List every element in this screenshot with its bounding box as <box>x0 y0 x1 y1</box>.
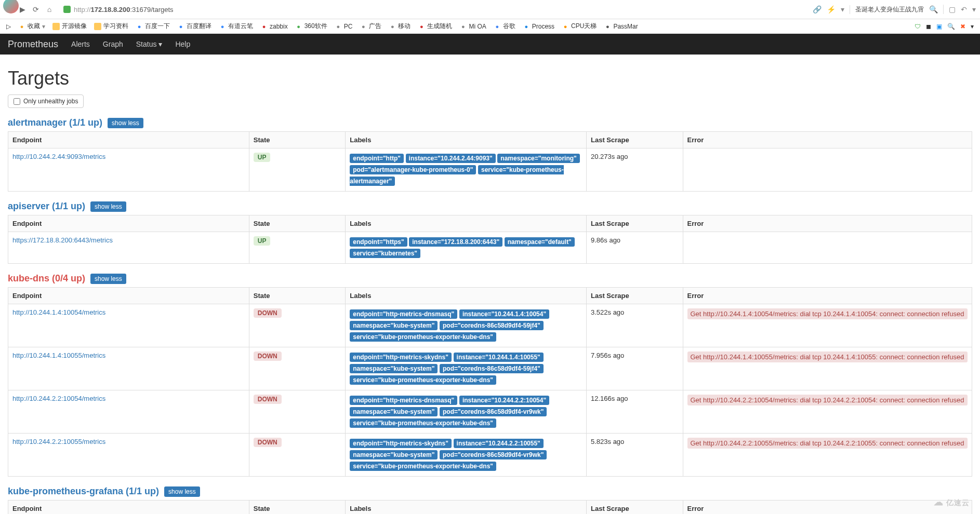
label-pill: namespace="kube-system" <box>350 364 438 373</box>
bookmark-item[interactable]: ●谷歌 <box>494 22 515 31</box>
job-header: kube-dns (0/4 up)show less <box>8 273 972 284</box>
show-less-button[interactable]: show less <box>90 274 126 284</box>
search-suggestion[interactable]: 圣诞老人变身仙王战九霄 <box>850 5 924 14</box>
bookmark-label: 移动 <box>398 22 410 31</box>
ext-x-icon[interactable]: ✖ <box>960 23 965 30</box>
dropdown-icon[interactable]: ▾ <box>972 5 976 13</box>
ext-search-icon[interactable]: 🔍 <box>947 23 955 30</box>
targets-table: EndpointStateLabelsLast ScrapeError <box>8 500 972 514</box>
bookmark-icon: ● <box>389 23 396 30</box>
endpoint-link[interactable]: http://10.244.2.2:10055/metrics <box>12 438 105 445</box>
panel-icon[interactable]: ▢ <box>949 5 956 13</box>
targets-table: EndpointStateLabelsLast ScrapeErrorhttp:… <box>8 287 972 477</box>
endpoint-link[interactable]: http://10.244.1.4:10054/metrics <box>12 308 105 316</box>
job-name-link[interactable]: apiserver (1/1 up) <box>8 201 85 212</box>
undo-icon[interactable]: ↶ <box>961 5 967 13</box>
bookmark-icon: ● <box>177 23 184 30</box>
bookmark-label: 广告 <box>369 22 381 31</box>
share-icon[interactable]: 🔗 <box>813 5 822 13</box>
only-unhealthy-label: Only unhealthy jobs <box>23 98 78 105</box>
bookmark-item[interactable]: ●Mi OA <box>459 23 486 30</box>
job-name-link[interactable]: alertmanager (1/1 up) <box>8 117 102 128</box>
targets-table: EndpointStateLabelsLast ScrapeErrorhttp:… <box>8 131 972 192</box>
nav-help[interactable]: Help <box>175 40 190 48</box>
bookmark-label: CPU天梯 <box>571 22 597 31</box>
label-pill: instance="10.244.2.2:10054" <box>459 396 549 405</box>
bolt-icon[interactable]: ⚡ <box>827 5 836 13</box>
ext-menu-icon[interactable]: ▾ <box>971 23 974 30</box>
label-pill: namespace="default" <box>505 237 575 247</box>
state-badge: DOWN <box>254 438 282 447</box>
bookmark-item[interactable]: ●百度翻译 <box>177 22 211 31</box>
job-name-link[interactable]: kube-dns (0/4 up) <box>8 273 85 284</box>
label-pill: endpoint="https" <box>350 237 407 247</box>
bookmark-item[interactable]: ●有道云笔 <box>219 22 253 31</box>
th-scrape: Last Scrape <box>587 501 683 515</box>
th-labels: Labels <box>346 132 587 148</box>
chevron-down-icon: ▾ <box>158 40 162 48</box>
search-icon[interactable]: 🔍 <box>929 5 938 13</box>
label-pill: pod="alertmanager-kube-prometheus-0" <box>350 165 476 174</box>
watermark: ☁ 亿速云 <box>934 496 970 508</box>
bookmark-item[interactable]: 开源镜像 <box>52 22 87 31</box>
show-less-button[interactable]: show less <box>164 486 200 497</box>
bookmark-icon: ● <box>335 23 342 30</box>
forward-icon[interactable]: ▶ <box>18 5 27 13</box>
nav-status[interactable]: Status ▾ <box>136 40 163 48</box>
bookmark-item[interactable]: ●CPU天梯 <box>562 22 597 31</box>
bookmark-item[interactable]: ●移动 <box>389 22 410 31</box>
bookmark-item[interactable]: ●zabbix <box>260 23 288 30</box>
last-scrape: 12.166s ago <box>587 390 683 434</box>
only-unhealthy-checkbox[interactable] <box>14 98 20 105</box>
bookmarks-bar: ▷ ●收藏 ▾开源镜像学习资料●百度一下●百度翻译●有道云笔●zabbix●36… <box>0 19 980 34</box>
bookmark-item[interactable]: ●生成随机 <box>418 22 452 31</box>
bookmark-item[interactable]: 学习资料 <box>94 22 128 31</box>
job-name-link[interactable]: kube-prometheus-grafana (1/1 up) <box>8 486 159 497</box>
label-pill: instance="10.244.1.4:10055" <box>454 353 544 362</box>
home-icon[interactable]: ⌂ <box>45 5 54 13</box>
bookmark-item[interactable]: ●PassMar <box>604 23 638 30</box>
bookmark-item[interactable]: ●百度一下 <box>136 22 170 31</box>
endpoint-link[interactable]: https://172.18.8.200:6443/metrics <box>12 236 113 244</box>
nav-graph[interactable]: Graph <box>103 40 123 48</box>
bookmark-label: 生成随机 <box>427 22 452 31</box>
brand[interactable]: Prometheus <box>8 39 58 50</box>
show-less-button[interactable]: show less <box>108 118 143 128</box>
address-bar[interactable]: http://172.18.8.200:31679/targets <box>63 6 174 13</box>
only-unhealthy-toggle[interactable]: Only unhealthy jobs <box>8 94 84 108</box>
bookmark-item[interactable]: ●360软件 <box>295 22 327 31</box>
ext-blue-icon[interactable]: ▣ <box>936 23 942 30</box>
bookmark-item[interactable]: ●PC <box>335 23 353 30</box>
reload-icon[interactable]: ⟳ <box>31 5 41 13</box>
ext-dark-icon[interactable]: ◼ <box>926 23 931 30</box>
endpoint-link[interactable]: http://10.244.2.44:9093/metrics <box>12 153 105 160</box>
bookmark-icon: ● <box>219 23 226 30</box>
endpoint-link[interactable]: http://10.244.1.4:10055/metrics <box>12 351 105 359</box>
label-pill: instance="10.244.2.44:9093" <box>406 154 496 163</box>
th-error: Error <box>683 288 972 304</box>
job-header: kube-prometheus-grafana (1/1 up)show les… <box>8 486 972 497</box>
th-endpoint: Endpoint <box>8 501 249 515</box>
label-pill: instance="10.244.2.2:10055" <box>454 439 544 448</box>
browser-toolbar: ◀ ▶ ⟳ ⌂ http://172.18.8.200:31679/target… <box>0 0 980 19</box>
dropdown-icon[interactable]: ▾ <box>841 5 844 13</box>
bookmark-label: 百度翻译 <box>187 22 211 31</box>
ext-shield-icon[interactable]: 🛡 <box>915 23 921 30</box>
th-labels: Labels <box>346 215 587 232</box>
th-state: State <box>249 215 346 232</box>
th-scrape: Last Scrape <box>587 132 683 148</box>
bookmark-more-icon[interactable]: ▷ <box>6 23 11 30</box>
th-error: Error <box>683 501 972 515</box>
show-less-button[interactable]: show less <box>90 201 126 212</box>
label-pill: instance="10.244.1.4:10054" <box>459 309 549 319</box>
targets-table: EndpointStateLabelsLast ScrapeErrorhttps… <box>8 215 972 264</box>
app-navbar: Prometheus Alerts Graph Status ▾ Help <box>0 34 980 55</box>
bookmark-item[interactable]: ●收藏 ▾ <box>18 22 45 31</box>
endpoint-link[interactable]: http://10.244.2.2:10054/metrics <box>12 395 105 402</box>
bookmark-item[interactable]: ●广告 <box>360 22 381 31</box>
last-scrape: 9.86s ago <box>587 232 683 264</box>
th-state: State <box>249 288 346 304</box>
nav-alerts[interactable]: Alerts <box>71 40 90 48</box>
folder-icon <box>94 23 101 30</box>
bookmark-item[interactable]: ●Process <box>523 23 554 30</box>
